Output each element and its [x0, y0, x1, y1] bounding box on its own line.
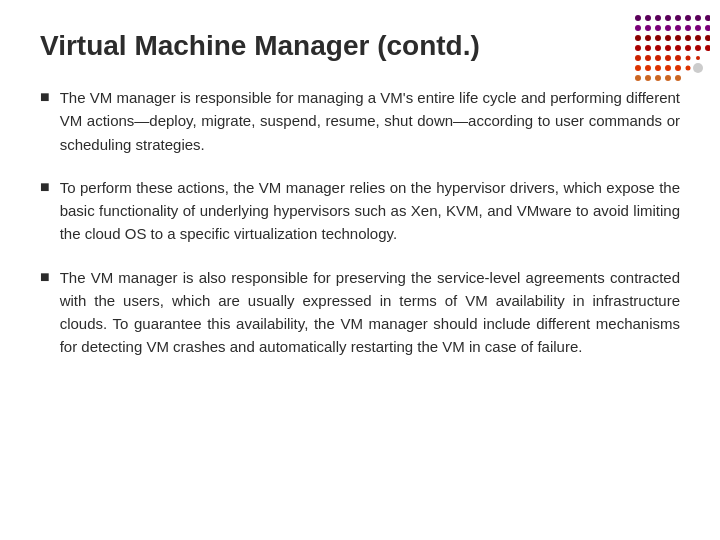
bullet-text-2: To perform these actions, the VM manager…	[60, 176, 680, 246]
svg-point-34	[655, 55, 661, 61]
svg-point-38	[696, 56, 700, 60]
bullet-text-1: The VM manager is responsible for managi…	[60, 86, 680, 156]
svg-point-18	[655, 35, 661, 41]
svg-point-35	[665, 55, 671, 61]
dot-grid-decoration	[630, 10, 710, 90]
svg-point-43	[675, 65, 681, 71]
svg-point-6	[695, 15, 701, 21]
svg-point-2	[655, 15, 661, 21]
bullet-item-3: ■ The VM manager is also responsible for…	[40, 266, 680, 359]
svg-point-0	[635, 15, 641, 21]
bullet-symbol-1: ■	[40, 88, 50, 106]
svg-point-4	[675, 15, 681, 21]
svg-point-17	[645, 35, 651, 41]
svg-point-37	[686, 56, 691, 61]
svg-point-41	[655, 65, 661, 71]
svg-point-49	[675, 75, 681, 81]
svg-point-19	[665, 35, 671, 41]
svg-point-40	[645, 65, 651, 71]
slide-container: Virtual Machine Manager (contd.) ■ The V…	[0, 0, 720, 540]
svg-point-46	[645, 75, 651, 81]
svg-point-36	[675, 55, 681, 61]
svg-point-22	[695, 35, 701, 41]
svg-point-45	[635, 75, 641, 81]
svg-point-9	[645, 25, 651, 31]
svg-point-27	[665, 45, 671, 51]
svg-point-5	[685, 15, 691, 21]
svg-point-29	[685, 45, 691, 51]
slide-title: Virtual Machine Manager (contd.)	[40, 30, 680, 62]
svg-point-3	[665, 15, 671, 21]
svg-point-11	[665, 25, 671, 31]
svg-point-14	[695, 25, 701, 31]
svg-point-8	[635, 25, 641, 31]
svg-point-33	[645, 55, 651, 61]
svg-point-44	[686, 66, 691, 71]
svg-point-12	[675, 25, 681, 31]
svg-point-28	[675, 45, 681, 51]
svg-point-1	[645, 15, 651, 21]
svg-point-20	[675, 35, 681, 41]
svg-point-42	[665, 65, 671, 71]
svg-point-23	[705, 35, 710, 41]
bullet-symbol-2: ■	[40, 178, 50, 196]
bullet-symbol-3: ■	[40, 268, 50, 286]
svg-point-13	[685, 25, 691, 31]
svg-point-48	[665, 75, 671, 81]
svg-point-32	[635, 55, 641, 61]
svg-point-47	[655, 75, 661, 81]
svg-point-24	[635, 45, 641, 51]
svg-point-31	[705, 45, 710, 51]
bullet-text-3: The VM manager is also responsible for p…	[60, 266, 680, 359]
svg-point-15	[705, 25, 710, 31]
bullet-item-2: ■ To perform these actions, the VM manag…	[40, 176, 680, 246]
svg-point-21	[685, 35, 691, 41]
svg-point-26	[655, 45, 661, 51]
svg-point-50	[693, 63, 703, 73]
bullet-item-1: ■ The VM manager is responsible for mana…	[40, 86, 680, 156]
svg-point-25	[645, 45, 651, 51]
svg-point-10	[655, 25, 661, 31]
svg-point-7	[705, 15, 710, 21]
svg-point-39	[635, 65, 641, 71]
svg-point-16	[635, 35, 641, 41]
svg-point-30	[695, 45, 701, 51]
